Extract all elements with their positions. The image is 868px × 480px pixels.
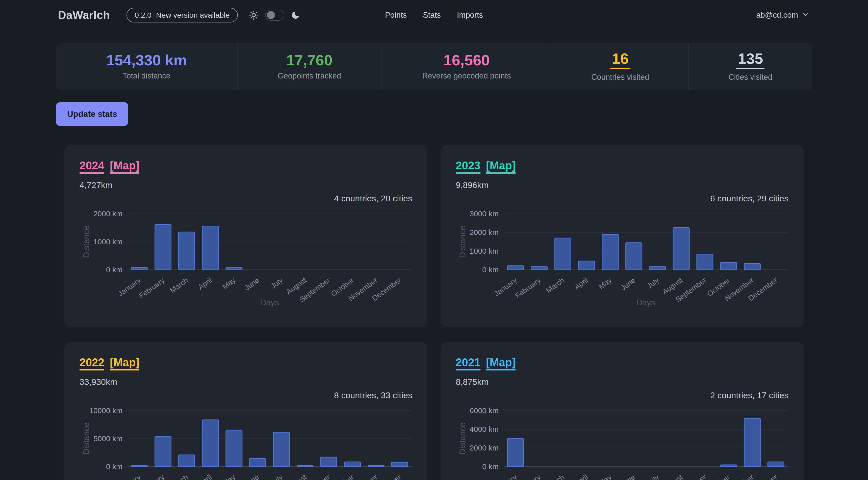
stat-value: 17,760	[286, 53, 333, 68]
year-distance: 33,930km	[80, 377, 412, 387]
svg-text:October: October	[706, 473, 732, 480]
stats-summary-panel: 154,330 km Total distance 17,760 Geopoin…	[56, 43, 812, 90]
svg-text:March: March	[168, 473, 190, 480]
svg-text:May: May	[597, 276, 613, 291]
distance-bar-chart: 10000 km5000 km0 kmJanuaryFebruaryMarchA…	[80, 402, 412, 480]
distance-bar-chart: 3000 km2000 km1000 km0 kmJanuaryFebruary…	[456, 205, 788, 309]
year-card-2023: 2023 [Map] 9,896km 6 countries, 29 citie…	[440, 145, 804, 327]
sun-icon	[249, 10, 258, 20]
card-head: 2022 [Map]	[80, 356, 412, 371]
version-number: 0.2.0	[134, 11, 152, 20]
stat-value: 16,560	[443, 53, 490, 68]
stat-cities-visited: 135 Cities visited	[688, 43, 812, 90]
svg-text:May: May	[221, 276, 237, 291]
map-link[interactable]: [Map]	[486, 160, 516, 173]
stat-value-link[interactable]: 16	[610, 51, 630, 69]
svg-text:June: June	[619, 473, 637, 480]
svg-text:0 km: 0 km	[482, 265, 499, 274]
svg-text:April: April	[197, 276, 213, 291]
card-head: 2023 [Map]	[456, 160, 788, 173]
year-link[interactable]: 2023	[456, 160, 480, 173]
year-link[interactable]: 2022	[80, 356, 104, 371]
countries-cities-summary: 6 countries, 29 cities	[456, 194, 788, 203]
theme-toggle-knob	[267, 11, 275, 19]
version-badge[interactable]: 0.2.0 New version available	[126, 8, 238, 23]
svg-text:June: June	[243, 276, 260, 292]
svg-text:July: July	[269, 473, 284, 480]
year-card-2021: 2021 [Map] 8,875km 2 countries, 17 citie…	[440, 342, 804, 480]
stat-total-distance: 154,330 km Total distance	[56, 43, 237, 90]
svg-text:0 km: 0 km	[482, 462, 499, 471]
svg-text:May: May	[597, 473, 613, 480]
svg-text:July: July	[269, 276, 284, 290]
svg-text:April: April	[573, 276, 590, 291]
year-distance: 9,896km	[456, 180, 788, 190]
svg-text:1000 km: 1000 km	[470, 247, 499, 255]
distance-bar-chart: 2000 km1000 km0 kmJanuaryFebruaryMarchAp…	[80, 205, 412, 309]
stat-value-link[interactable]: 135	[736, 51, 765, 69]
svg-text:10000 km: 10000 km	[89, 406, 122, 415]
stat-label: Reverse geocoded points	[422, 71, 511, 81]
svg-text:June: June	[243, 473, 260, 480]
countries-cities-summary: 2 countries, 17 cities	[456, 390, 788, 400]
stat-label: Countries visited	[591, 73, 649, 82]
app-logo[interactable]: DaWarIch	[58, 9, 110, 22]
svg-text:Days: Days	[636, 298, 655, 307]
year-distance: 8,875km	[456, 377, 788, 387]
svg-text:3000 km: 3000 km	[470, 210, 499, 218]
svg-text:5000 km: 5000 km	[93, 434, 122, 443]
svg-text:Distance: Distance	[82, 226, 91, 258]
map-link[interactable]: [Map]	[486, 356, 516, 371]
main-nav: Points Stats Imports	[385, 10, 483, 20]
year-distance: 4,727km	[80, 180, 412, 190]
svg-text:March: March	[545, 276, 566, 294]
stat-label: Total distance	[123, 71, 171, 81]
svg-text:March: March	[545, 473, 566, 480]
stat-label: Cities visited	[728, 73, 772, 82]
svg-text:2000 km: 2000 km	[470, 228, 499, 236]
nav-stats[interactable]: Stats	[423, 10, 441, 20]
svg-text:Days: Days	[260, 298, 279, 307]
svg-text:August: August	[285, 473, 308, 480]
year-link[interactable]: 2021	[456, 356, 480, 371]
svg-text:July: July	[645, 276, 660, 290]
nav-imports[interactable]: Imports	[457, 10, 483, 20]
countries-cities-summary: 4 countries, 20 cities	[80, 194, 412, 203]
map-link[interactable]: [Map]	[110, 356, 140, 371]
stat-value: 154,330 km	[106, 53, 187, 68]
svg-text:February: February	[137, 276, 166, 300]
svg-text:2000 km: 2000 km	[470, 444, 499, 452]
stat-countries-visited: 16 Countries visited	[552, 43, 688, 90]
year-link[interactable]: 2024	[80, 160, 104, 173]
map-link[interactable]: [Map]	[110, 160, 140, 173]
theme-toggle[interactable]	[265, 9, 284, 21]
svg-text:0 km: 0 km	[106, 265, 122, 274]
svg-text:January: January	[116, 473, 143, 480]
year-card-2022: 2022 [Map] 33,930km 8 countries, 33 citi…	[64, 342, 428, 480]
svg-text:2000 km: 2000 km	[93, 210, 122, 218]
countries-cities-summary: 8 countries, 33 cities	[80, 390, 412, 400]
svg-text:April: April	[197, 473, 213, 480]
svg-text:August: August	[661, 473, 684, 480]
svg-text:October: October	[330, 473, 355, 480]
stat-geopoints-tracked: 17,760 Geopoints tracked	[237, 43, 381, 90]
nav-points[interactable]: Points	[385, 10, 407, 20]
update-stats-button[interactable]: Update stats	[56, 102, 128, 126]
svg-text:January: January	[493, 473, 519, 480]
svg-text:1000 km: 1000 km	[93, 237, 122, 246]
app-header: DaWarIch 0.2.0 New version available Poi…	[0, 0, 868, 30]
svg-text:February: February	[514, 276, 542, 300]
distance-bar-chart: 6000 km4000 km2000 km0 kmJanuaryFebruary…	[456, 402, 788, 480]
svg-text:Distance: Distance	[82, 422, 91, 455]
stat-label: Geopoints tracked	[277, 71, 341, 81]
svg-text:6000 km: 6000 km	[470, 406, 499, 415]
user-menu[interactable]: ab@cd.com	[756, 10, 809, 20]
user-email: ab@cd.com	[756, 10, 798, 20]
year-card-2024: 2024 [Map] 4,727km 4 countries, 20 citie…	[64, 145, 428, 327]
theme-switcher	[249, 9, 301, 21]
card-head: 2024 [Map]	[80, 160, 412, 173]
svg-text:April: April	[573, 473, 590, 480]
chevron-down-icon	[802, 11, 809, 20]
year-cards-grid: 2024 [Map] 4,727km 4 countries, 20 citie…	[64, 145, 804, 480]
moon-icon	[291, 10, 301, 20]
